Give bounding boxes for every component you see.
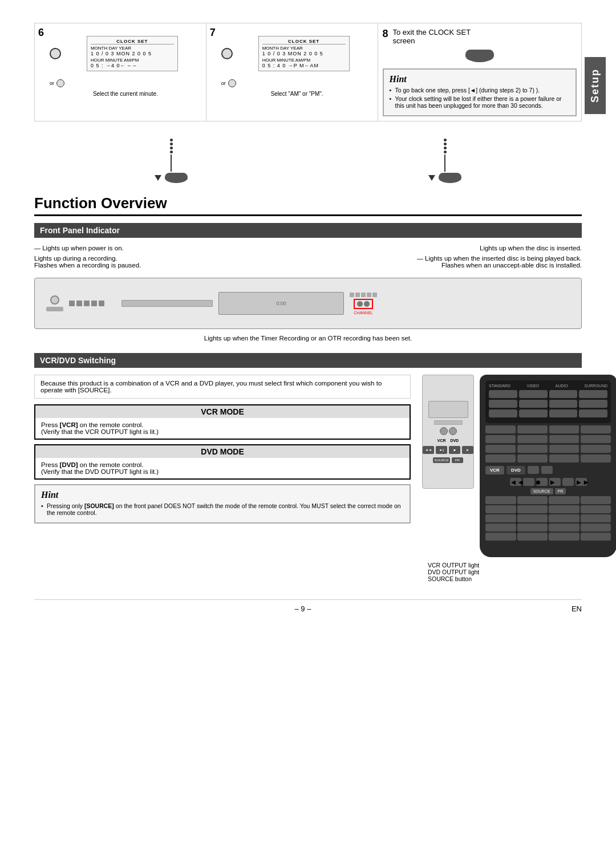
page-number: – 9 – [295, 604, 311, 613]
vcr-stop-btn2 [361, 293, 366, 297]
channel-buttons-highlight [354, 299, 373, 309]
remote-ff-btn[interactable]: ►► [576, 478, 587, 486]
remote-btn-grid-top [489, 390, 607, 417]
vcr-mode-title: VCR MODE [35, 405, 410, 418]
remote-illustration-8 [465, 50, 494, 62]
remote-extra-grid [485, 496, 611, 541]
vcr-tape-slot [121, 300, 213, 307]
vcr-mode-switch [46, 307, 63, 311]
channel-label: CHANNEL [354, 311, 372, 315]
remote-pr-btn[interactable]: PR [555, 488, 566, 494]
remote-rew-btn[interactable]: ◄◄ [510, 478, 521, 486]
source-button-label: SOURCE button [428, 575, 582, 582]
remote-vcr-dvd-buttons: VCR DVD [485, 466, 611, 474]
switching-layout: Because this product is a combination of… [34, 375, 582, 582]
section-title: Function Overview [34, 194, 582, 216]
vcr-play-btn2 [367, 293, 371, 297]
clock-row1-label-7: MONTH DAY YEAR [262, 46, 346, 51]
annotations-right: Lights up when the disc is inserted. — L… [314, 245, 582, 272]
arrow-line-left [171, 155, 172, 172]
remote-stop-btn[interactable]: ■ [536, 478, 548, 486]
instruction-steps: 6 CLOCK SET MONTH DAY YEAR 1 0 / 0 3 MON… [34, 23, 582, 121]
clock-set-title-7: CLOCK SET [262, 39, 346, 44]
remote-numpad [485, 425, 611, 462]
vcr-output-label: VCR OUTPUT light [428, 562, 582, 569]
remote-control-illustration: STANDARDVIDEOAUDIOSURROUND [480, 375, 616, 557]
switching-right: VCR DVD ◄◄ ►| ■ ► SOURCE PR [422, 375, 582, 582]
dvd-mode-box: DVD MODE Press [DVD] on the remote contr… [34, 444, 411, 480]
clock-set-screen-6: CLOCK SET MONTH DAY YEAR 1 0 / 0 3 MON 2… [87, 36, 178, 71]
step-8-text-line2: screen [393, 36, 471, 45]
step-8-text-line1: To exit the CLOCK SET [393, 28, 471, 36]
clock-row2-value-7: 0 5 : 4 0 →P M←AM [262, 63, 346, 68]
ann-recording: Lights up during a recording. Flashes wh… [34, 255, 302, 269]
vcr-mode-line1: Press [VCR] on the remote control. [41, 421, 404, 428]
vcr-next-btn [372, 293, 377, 297]
dvd-mode-title: DVD MODE [35, 445, 410, 458]
step-8-number: 8 [383, 28, 388, 40]
vcr-prev-btn [355, 293, 360, 297]
dot-3 [170, 147, 173, 149]
switching-left: Because this product is a combination of… [34, 375, 411, 524]
vcr-dvd-section: VCR/DVD Switching Because this product i… [34, 353, 582, 582]
vcr-desc-box: Because this product is a combination of… [34, 375, 411, 399]
remote-top-labels: STANDARDVIDEOAUDIOSURROUND [489, 384, 607, 388]
step-7-caption: Select "AM" or "PM". [221, 91, 373, 97]
front-panel-header: Front Panel Indicator [34, 223, 582, 238]
remote-next-btn[interactable] [562, 478, 574, 486]
step-6-caption: Select the current minute. [50, 91, 201, 97]
setup-tab: Setup [585, 57, 606, 114]
vcr-mode-line2: (Verify that the VCR OUTPUT light is lit… [41, 428, 404, 435]
clock-set-screen-7: CLOCK SET MONTH DAY YEAR 1 0 / 0 3 MON 2… [258, 36, 350, 71]
vcr-stop-btn [91, 301, 97, 306]
arrow-head-right [428, 175, 435, 181]
remote-prev-btn[interactable] [523, 478, 534, 486]
hint-box-top: Hint To go back one step, press [◄] (dur… [383, 68, 577, 116]
timer-annotation: Lights up when the Timer Recording or an… [34, 335, 582, 342]
remote-source-btn[interactable]: SOURCE [530, 488, 553, 494]
dot-4 [170, 151, 173, 153]
arrow-section [34, 139, 582, 183]
remote-extra-btn [528, 466, 539, 474]
dot-1 [170, 139, 173, 141]
dvd-mode-line2: (Verify that the DVD OUTPUT light is lit… [41, 468, 404, 475]
vcr-display: 0:00 [218, 292, 344, 315]
remote-play-btn[interactable]: ► [549, 478, 561, 486]
remote-dvd-button[interactable]: DVD [506, 466, 525, 474]
hint-box-bottom: Hint Pressing only [SOURCE] on the front… [34, 484, 411, 524]
hint-bottom-item-1: Pressing only [SOURCE] on the front pane… [41, 502, 404, 516]
dot-6 [444, 143, 447, 145]
down-arrow-left [155, 139, 188, 183]
vcr-source-btn [350, 293, 354, 297]
step-7-box: 7 CLOCK SET MONTH DAY YEAR 1 0 / 0 3 MON… [206, 23, 378, 121]
vcr-dvd-header: VCR/DVD Switching [34, 353, 582, 368]
vcr-rec-btn [99, 301, 104, 306]
clock-set-title-6: CLOCK SET [91, 39, 174, 44]
remote-output-labels: VCR OUTPUT light DVD OUTPUT light SOURCE… [422, 562, 582, 582]
arrow-line-right [444, 155, 445, 172]
channel-up-btn [357, 301, 363, 307]
vcr-device-illustration: 0:00 CHANNEL [34, 278, 582, 329]
vcr-power-button [50, 295, 59, 305]
dot-7 [444, 147, 447, 149]
hint-title-bottom: Hint [41, 490, 404, 500]
hint-item-2: Your clock setting will be lost if eithe… [390, 95, 570, 109]
vcr-rew-btn [69, 301, 75, 306]
step-6-box: 6 CLOCK SET MONTH DAY YEAR 1 0 / 0 3 MON… [35, 23, 206, 121]
page-footer: – 9 – EN [34, 599, 582, 613]
clock-row2-value-6: 0 5 : →4 0← – – [91, 63, 174, 68]
clock-row1-label-6: MONTH DAY YEAR [91, 46, 174, 51]
dot-2 [170, 143, 173, 145]
step-8-box: 8 To exit the CLOCK SET screen Hint To g… [378, 23, 582, 121]
small-dial-7 [228, 79, 236, 87]
dial-icon-7a [221, 48, 233, 59]
vcr-play-btn [76, 301, 82, 306]
ann-disc-inserted: Lights up when the disc is inserted. [314, 245, 582, 251]
dot-5 [444, 139, 447, 141]
ann-power: — Lights up when power is on. [34, 245, 302, 251]
channel-down-btn [364, 301, 370, 307]
ann-disc-playback: — Lights up when the inserted disc is be… [314, 255, 582, 269]
step-7-number: 7 [210, 27, 216, 39]
remote-vcr-button[interactable]: VCR [485, 466, 504, 474]
hint-title-top: Hint [390, 74, 570, 84]
